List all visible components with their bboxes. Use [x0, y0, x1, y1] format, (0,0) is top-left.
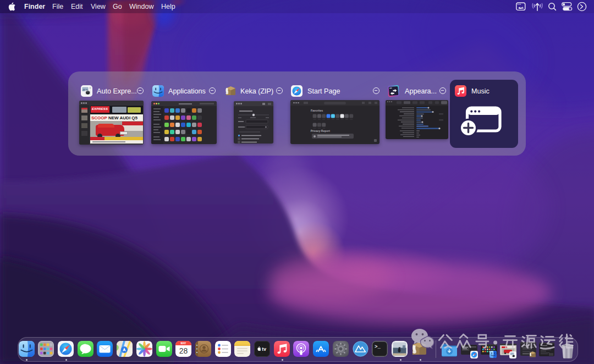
svg-text:tv: tv: [262, 346, 266, 352]
svg-text:28: 28: [179, 346, 188, 355]
svg-text:>_: >_: [375, 344, 381, 350]
svg-text:MAY: MAY: [181, 342, 186, 345]
